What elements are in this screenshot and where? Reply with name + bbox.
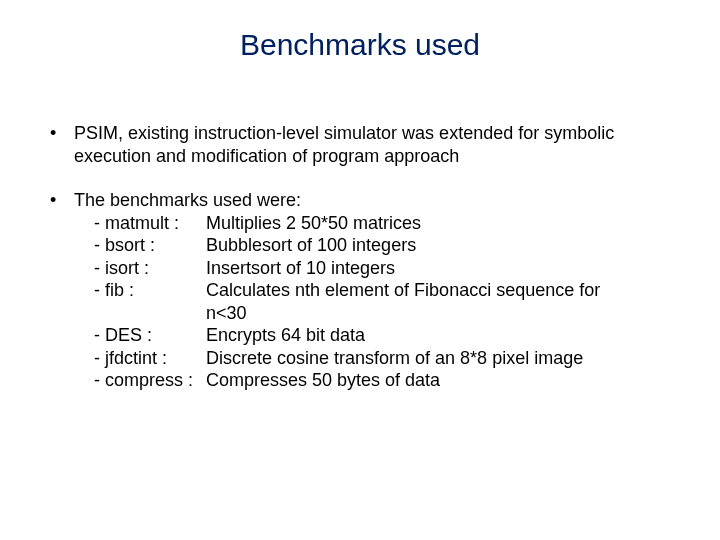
benchmark-desc-cont: n<30 xyxy=(74,302,680,325)
list-item: - matmult : Multiplies 2 50*50 matrices xyxy=(74,212,680,235)
bullet-item-benchmarks: The benchmarks used were: - matmult : Mu… xyxy=(40,189,680,392)
benchmark-desc: Compresses 50 bytes of data xyxy=(206,369,680,392)
list-item: - compress : Compresses 50 bytes of data xyxy=(74,369,680,392)
bullet-text: The benchmarks used were: xyxy=(74,190,301,210)
slide: Benchmarks used PSIM, existing instructi… xyxy=(0,0,720,540)
list-item: - bsort : Bubblesort of 100 integers xyxy=(74,234,680,257)
benchmark-list: - matmult : Multiplies 2 50*50 matrices … xyxy=(74,212,680,392)
benchmark-desc: Calculates nth element of Fibonacci sequ… xyxy=(206,279,680,302)
list-item: - jfdctint : Discrete cosine transform o… xyxy=(74,347,680,370)
benchmark-name: - isort : xyxy=(94,257,206,280)
benchmark-desc: Encrypts 64 bit data xyxy=(206,324,680,347)
bullet-text: PSIM, existing instruction-level simulat… xyxy=(74,123,614,166)
list-item: - DES : Encrypts 64 bit data xyxy=(74,324,680,347)
benchmark-name: - compress : xyxy=(94,369,206,392)
benchmark-name: - DES : xyxy=(94,324,206,347)
benchmark-name: - jfdctint : xyxy=(94,347,206,370)
bullet-list: PSIM, existing instruction-level simulat… xyxy=(40,122,680,392)
benchmark-desc: Discrete cosine transform of an 8*8 pixe… xyxy=(206,347,680,370)
benchmark-name: - matmult : xyxy=(94,212,206,235)
benchmark-desc: Insertsort of 10 integers xyxy=(206,257,680,280)
benchmark-name: - bsort : xyxy=(94,234,206,257)
page-title: Benchmarks used xyxy=(40,28,680,62)
benchmark-desc: Bubblesort of 100 integers xyxy=(206,234,680,257)
list-item: - isort : Insertsort of 10 integers xyxy=(74,257,680,280)
benchmark-desc: Multiplies 2 50*50 matrices xyxy=(206,212,680,235)
benchmark-name: - fib : xyxy=(94,279,206,302)
bullet-item-psim: PSIM, existing instruction-level simulat… xyxy=(40,122,680,167)
list-item: - fib : Calculates nth element of Fibona… xyxy=(74,279,680,302)
